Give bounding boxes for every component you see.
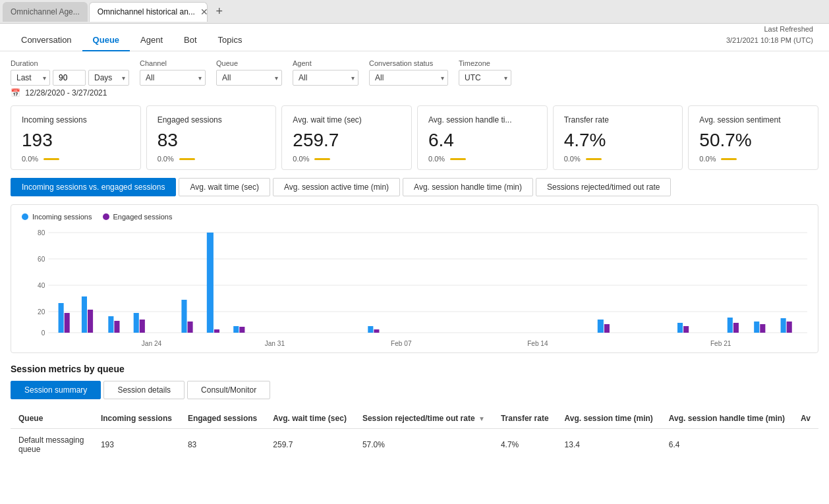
session-tab-summary[interactable]: Session summary [11, 381, 101, 399]
chart-tab-incoming-vs-engaged[interactable]: Incoming sessions vs. engaged sessions [11, 178, 176, 196]
tab-conversation[interactable]: Conversation [11, 30, 82, 51]
svg-rect-17 [140, 320, 145, 333]
queue-filter: Queue All [216, 59, 282, 86]
svg-rect-25 [368, 326, 373, 333]
svg-rect-22 [233, 326, 239, 333]
col-incoming: Incoming sessions [93, 408, 180, 429]
engaged-sessions-dot [103, 213, 109, 220]
browser-tab-active[interactable]: Omnichannel historical an... ✕ [89, 2, 208, 22]
svg-rect-37 [760, 324, 765, 333]
col-avg-session-time: Avg. session time (min) [557, 408, 661, 429]
svg-rect-19 [188, 322, 193, 333]
kpi-engaged-sessions: Engaged sessions 83 0.0% [146, 105, 277, 170]
duration-value-input[interactable] [53, 70, 86, 86]
svg-rect-12 [82, 296, 87, 333]
conversation-status-filter: Conversation status All [369, 59, 448, 86]
svg-rect-29 [598, 320, 604, 333]
svg-rect-36 [754, 322, 759, 333]
duration-unit-select[interactable]: Days [88, 70, 129, 86]
svg-rect-34 [728, 318, 733, 333]
cell-engaged: 83 [180, 429, 265, 461]
svg-rect-11 [65, 313, 70, 333]
browser-tab-inactive[interactable]: Omnichannel Age... [3, 2, 88, 22]
svg-rect-38 [781, 318, 786, 333]
svg-rect-23 [239, 327, 244, 333]
kpi-transfer-rate: Transfer rate 4.7% 0.0% [553, 105, 683, 170]
svg-rect-20 [207, 233, 214, 333]
duration-prefix-wrapper: Last [11, 70, 50, 86]
svg-rect-13 [88, 310, 93, 333]
timezone-select[interactable]: UTC [459, 70, 511, 86]
tab-agent[interactable]: Agent [130, 30, 173, 51]
svg-text:60: 60 [38, 256, 45, 263]
table-row: Default messaging queue 193 83 259.7 57.… [11, 429, 818, 461]
chart-tab-avg-wait[interactable]: Avg. wait time (sec) [179, 178, 270, 196]
table-wrapper: Queue Incoming sessions Engaged sessions… [11, 408, 818, 461]
kpi-avg-session-sentiment: Avg. session sentiment 50.7% 0.0% [688, 105, 818, 170]
col-engaged: Engaged sessions [180, 408, 265, 429]
svg-rect-26 [374, 329, 379, 333]
legend-incoming: Incoming sessions [22, 213, 92, 221]
svg-rect-35 [733, 323, 739, 333]
conversation-status-select[interactable]: All [369, 70, 448, 86]
cell-queue: Default messaging queue [11, 429, 93, 461]
nav-bar: Conversation Queue Agent Bot Topics Last… [0, 24, 829, 51]
kpi-avg-wait-time: Avg. wait time (sec) 259.7 0.0% [281, 105, 412, 170]
svg-rect-32 [677, 323, 683, 333]
svg-text:Jan 24: Jan 24 [142, 340, 162, 347]
svg-text:Jan 31: Jan 31 [265, 340, 285, 347]
browser-tab-inactive-label: Omnichannel Age... [11, 7, 80, 16]
svg-text:Feb 07: Feb 07 [391, 340, 412, 347]
chart-container: Incoming sessions Engaged sessions [11, 204, 818, 353]
content-area: Duration Last Days Chann [0, 51, 829, 504]
new-tab-button[interactable]: + [210, 3, 229, 21]
svg-text:Feb 14: Feb 14 [527, 340, 548, 347]
svg-rect-30 [604, 324, 610, 333]
chart-tab-avg-session-active[interactable]: Avg. session active time (min) [273, 178, 400, 196]
col-rejected-rate: Session rejected/time out rate ▼ [355, 408, 493, 429]
col-transfer-rate: Transfer rate [493, 408, 557, 429]
svg-rect-39 [787, 322, 792, 333]
channel-select[interactable]: All [140, 70, 206, 86]
session-tab-consult[interactable]: Consult/Monitor [187, 381, 270, 399]
agent-filter: Agent All [293, 59, 358, 86]
cell-avg-wait: 259.7 [265, 429, 355, 461]
change-bar [179, 158, 195, 160]
svg-rect-16 [134, 313, 139, 333]
chart-tab-avg-session-handle[interactable]: Avg. session handle time (min) [403, 178, 533, 196]
chart-area: 80 60 40 20 0 [22, 226, 807, 345]
tab-bot[interactable]: Bot [173, 30, 208, 51]
queue-select[interactable]: All [216, 70, 282, 86]
svg-text:0: 0 [42, 329, 45, 337]
kpi-row: Incoming sessions 193 0.0% Engaged sessi… [11, 105, 818, 170]
cell-incoming: 193 [93, 429, 180, 461]
session-metrics-title: Session metrics by queue [11, 364, 818, 374]
chart-tab-sessions-rejected[interactable]: Sessions rejected/timed out rate [536, 178, 671, 196]
change-bar [314, 158, 330, 160]
session-tabs: Session summary Session details Consult/… [11, 381, 818, 399]
session-metrics-table: Queue Incoming sessions Engaged sessions… [11, 408, 818, 461]
svg-rect-21 [214, 329, 219, 333]
change-bar [721, 158, 737, 160]
chart-tabs: Incoming sessions vs. engaged sessions A… [11, 178, 818, 196]
close-icon[interactable]: ✕ [200, 7, 208, 17]
cell-avg-handle-time: 6.4 [661, 429, 793, 461]
timezone-filter: Timezone UTC [459, 59, 511, 86]
browser-tab-active-label: Omnichannel historical an... [98, 7, 195, 16]
bar-chart-svg: 80 60 40 20 0 [22, 226, 807, 351]
duration-prefix-select[interactable]: Last [11, 70, 50, 86]
cell-avg-session-time: 13.4 [557, 429, 661, 461]
col-avg-wait: Avg. wait time (sec) [265, 408, 355, 429]
svg-text:20: 20 [38, 308, 45, 316]
tab-queue[interactable]: Queue [82, 30, 130, 51]
cell-av [793, 429, 818, 461]
agent-select[interactable]: All [293, 70, 358, 86]
svg-rect-18 [181, 300, 186, 333]
cell-transfer-rate: 4.7% [493, 429, 557, 461]
last-refreshed: Last Refreshed 3/21/2021 10:18 PM (UTC) [726, 24, 813, 45]
session-tab-details[interactable]: Session details [103, 381, 185, 399]
tab-topics[interactable]: Topics [208, 30, 253, 51]
calendar-icon: 📅 [11, 88, 20, 98]
svg-rect-14 [108, 316, 113, 333]
incoming-sessions-dot [22, 213, 28, 220]
